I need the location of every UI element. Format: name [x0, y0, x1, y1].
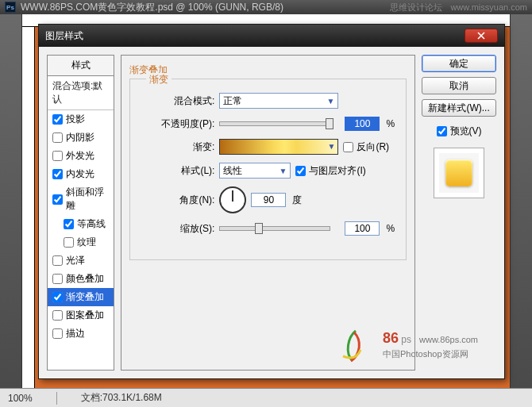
- dialog-title: 图层样式: [45, 29, 465, 43]
- gradient-label: 渐变:: [141, 140, 214, 154]
- scale-unit: %: [386, 223, 395, 234]
- blend-mode-select[interactable]: 正常▼: [219, 93, 338, 109]
- reverse-checkbox[interactable]: 反向(R): [343, 140, 389, 154]
- style-item-checkbox[interactable]: [52, 132, 63, 143]
- style-item-checkbox[interactable]: [52, 310, 63, 321]
- status-bar: 100% 文档:703.1K/1.68M: [0, 388, 532, 407]
- style-item-label: 图案叠加: [66, 309, 104, 322]
- style-item-checkbox[interactable]: [52, 114, 63, 125]
- dialog-titlebar[interactable]: 图层样式: [39, 25, 504, 47]
- style-item-checkbox[interactable]: [52, 328, 63, 339]
- ok-button[interactable]: 确定: [422, 55, 496, 72]
- angle-unit: 度: [292, 194, 302, 207]
- settings-panel: 渐变叠加 渐变 混合模式: 正常▼ 不透明度(P): 100 %: [121, 55, 415, 371]
- style-item-label: 内阴影: [66, 131, 94, 144]
- style-item-5[interactable]: 等高线: [48, 215, 114, 233]
- style-item-9[interactable]: 渐变叠加: [48, 288, 114, 306]
- preview-swatch: [434, 148, 484, 198]
- style-item-checkbox[interactable]: [64, 219, 74, 229]
- blend-mode-label: 混合模式:: [141, 94, 214, 108]
- new-style-button[interactable]: 新建样式(W)...: [422, 99, 496, 117]
- close-icon: [476, 32, 486, 40]
- dialog-buttons: 确定 取消 新建样式(W)... 预览(V): [422, 55, 496, 371]
- opacity-slider[interactable]: [219, 121, 330, 126]
- scale-input[interactable]: 100: [345, 221, 380, 236]
- style-item-label: 纹理: [77, 236, 96, 249]
- style-item-checkbox[interactable]: [52, 274, 63, 284]
- styles-header[interactable]: 样式: [48, 56, 114, 76]
- chevron-down-icon: ▼: [327, 97, 335, 106]
- app-titlebar: Ps WWW.86PS.COM黄色字效教程.psd @ 100% (GUNN, …: [0, 0, 532, 14]
- style-item-7[interactable]: 光泽: [48, 251, 114, 270]
- layer-style-dialog: 图层样式 样式 混合选项:默认 投影内阴影外发光内发光斜面和浮雕等高线纹理光泽颜…: [38, 24, 505, 379]
- opacity-unit: %: [386, 118, 395, 129]
- style-item-checkbox[interactable]: [52, 194, 63, 205]
- chevron-down-icon: ▼: [279, 167, 287, 175]
- style-item-label: 描边: [66, 327, 85, 340]
- style-item-4[interactable]: 斜面和浮雕: [48, 183, 114, 215]
- ps-app-icon: Ps: [5, 2, 16, 13]
- opacity-input[interactable]: 100: [345, 117, 380, 131]
- tool-strip: [0, 14, 22, 388]
- opacity-label: 不透明度(P):: [141, 117, 214, 131]
- scale-slider[interactable]: [219, 226, 330, 231]
- document-title: WWW.86PS.COM黄色字效教程.psd @ 100% (GUNN, RGB…: [21, 1, 390, 14]
- style-item-2[interactable]: 外发光: [48, 147, 114, 165]
- style-item-checkbox[interactable]: [52, 255, 63, 266]
- style-item-label: 内发光: [66, 167, 94, 181]
- style-item-label: 等高线: [77, 217, 106, 231]
- style-item-6[interactable]: 纹理: [48, 233, 114, 251]
- chevron-down-icon: ▼: [328, 142, 336, 151]
- gradient-picker[interactable]: ▼: [219, 139, 338, 155]
- style-item-label: 外发光: [66, 149, 94, 163]
- style-item-label: 光泽: [66, 254, 85, 267]
- cancel-button[interactable]: 取消: [422, 77, 496, 94]
- scale-label: 缩放(S):: [141, 222, 214, 236]
- style-item-checkbox[interactable]: [64, 237, 74, 248]
- style-item-10[interactable]: 图案叠加: [48, 306, 114, 324]
- site-label: www.missyuan.com: [450, 2, 527, 12]
- align-checkbox[interactable]: 与图层对齐(I): [295, 164, 365, 178]
- forum-label: 思维设计论坛: [390, 2, 442, 13]
- style-item-0[interactable]: 投影: [48, 110, 114, 129]
- style-label: 样式(L):: [141, 164, 214, 178]
- angle-dial[interactable]: [219, 186, 246, 213]
- angle-input[interactable]: 90: [251, 193, 286, 207]
- style-item-checkbox[interactable]: [52, 151, 63, 161]
- style-item-label: 投影: [66, 113, 85, 126]
- style-item-8[interactable]: 颜色叠加: [48, 270, 114, 288]
- doc-size: 文档:703.1K/1.68M: [81, 391, 162, 405]
- style-item-1[interactable]: 内阴影: [48, 129, 114, 147]
- style-item-3[interactable]: 内发光: [48, 165, 114, 183]
- blend-options-row[interactable]: 混合选项:默认: [48, 76, 114, 110]
- style-item-checkbox[interactable]: [52, 292, 63, 302]
- style-item-11[interactable]: 描边: [48, 324, 114, 343]
- close-button[interactable]: [465, 29, 498, 43]
- styles-list-panel: 样式 混合选项:默认 投影内阴影外发光内发光斜面和浮雕等高线纹理光泽颜色叠加渐变…: [47, 55, 114, 371]
- angle-label: 角度(N):: [141, 194, 214, 207]
- preview-checkbox[interactable]: 预览(V): [422, 125, 496, 138]
- style-item-label: 斜面和浮雕: [66, 186, 109, 213]
- style-item-label: 渐变叠加: [66, 290, 104, 304]
- panel-strip: [510, 14, 532, 388]
- style-item-label: 颜色叠加: [66, 272, 104, 286]
- zoom-level[interactable]: 100%: [8, 393, 33, 404]
- ruler-vertical: [22, 27, 35, 388]
- fieldset-legend: 渐变: [146, 73, 172, 86]
- style-item-checkbox[interactable]: [52, 169, 63, 179]
- style-select[interactable]: 线性▼: [219, 163, 291, 179]
